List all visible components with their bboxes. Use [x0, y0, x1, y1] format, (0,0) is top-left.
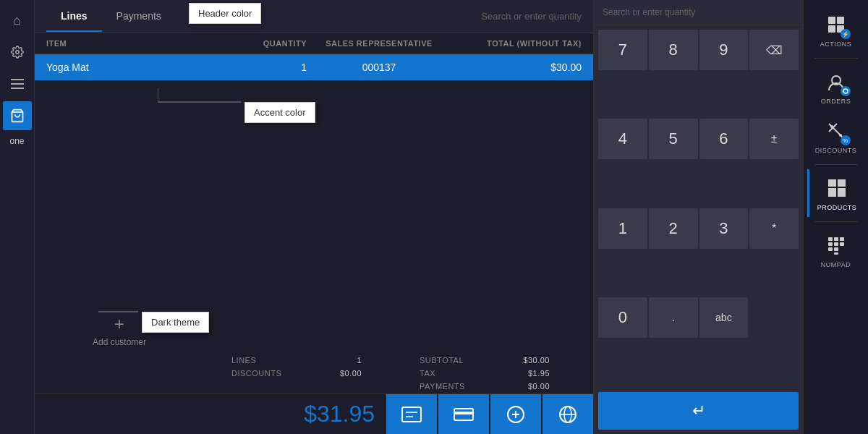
numpad-0[interactable]: 0 [598, 297, 647, 338]
numpad-3[interactable]: 3 [699, 208, 749, 249]
products-label: PRODUCTS [817, 204, 857, 211]
svg-rect-31 [840, 242, 844, 246]
numpad-1[interactable]: 1 [598, 208, 647, 249]
total-bar: $31.95 [35, 393, 593, 434]
numpad-asterisk[interactable]: * [749, 208, 799, 249]
numpad-abc[interactable]: abc [699, 297, 749, 338]
lines-label: LINES [231, 356, 256, 365]
orders-badge [841, 86, 851, 96]
payment-buttons [386, 394, 593, 435]
cell-total: $30.00 [451, 61, 582, 73]
summary-section: LINES 1 DISCOUNTS $0.00 SUBTOTAL $30.00 [64, 356, 579, 391]
add-customer-label: Add customer [93, 337, 146, 347]
numpad-5[interactable]: 5 [649, 119, 698, 159]
dark-theme-label: Dark theme [142, 312, 209, 333]
svg-rect-29 [828, 242, 833, 246]
sidebar-item-cart[interactable] [3, 101, 32, 130]
numpad-backspace[interactable]: ⌫ [749, 30, 799, 70]
sidebar-item-settings[interactable] [3, 38, 32, 67]
numpad-4[interactable]: 4 [598, 119, 647, 159]
actions-badge: ⚡ [841, 29, 851, 39]
content-area: + Add customer LINES 1 DISCOUNTS $0.00 [35, 80, 593, 434]
header: Lines Payments Search or enter quantity [35, 0, 593, 33]
svg-rect-1 [11, 79, 24, 80]
header-tabs: Lines Payments [46, 1, 176, 32]
divider-3 [814, 221, 858, 222]
right-item-actions[interactable]: ⚡ ACTIONS [807, 6, 865, 54]
tax-label: TAX [420, 369, 435, 378]
svg-point-19 [843, 89, 848, 93]
header-color-label: Header color [189, 3, 261, 24]
svg-point-0 [15, 51, 19, 54]
numpad-icon [823, 232, 849, 258]
tab-payments[interactable]: Payments [102, 1, 176, 32]
sidebar-item-menu[interactable] [3, 69, 32, 98]
subtotal-label: SUBTOTAL [420, 356, 464, 365]
numpad-2[interactable]: 2 [649, 208, 698, 249]
numpad-8[interactable]: 8 [649, 30, 698, 70]
svg-rect-24 [828, 179, 836, 187]
svg-rect-2 [11, 83, 24, 85]
cell-rep: 000137 [307, 61, 451, 73]
lines-value: 1 [357, 356, 362, 365]
pay-card-button[interactable] [438, 394, 489, 435]
cell-quantity: 1 [220, 61, 307, 73]
total-amount: $31.95 [304, 401, 386, 427]
discounts-value: $0.00 [340, 369, 362, 378]
svg-rect-28 [840, 237, 844, 241]
payments-value: $0.00 [528, 382, 550, 391]
table: ITEM QUANTITY SALES REPRESENTATIVE TOTAL… [35, 33, 593, 80]
table-row[interactable]: Yoga Mat 1 000137 $30.00 [35, 54, 593, 80]
numpad-7[interactable]: 7 [598, 30, 647, 70]
right-item-discounts[interactable]: % DISCOUNTS [807, 112, 865, 160]
pay-globe-button[interactable] [542, 394, 593, 435]
numpad-dot[interactable]: . [649, 297, 698, 338]
svg-rect-32 [828, 247, 833, 251]
right-item-orders[interactable]: ORDERS [807, 63, 865, 111]
right-item-numpad[interactable]: NUMPAD [807, 226, 865, 274]
numpad-search-bar: Search or enter quantity [594, 0, 803, 25]
numpad-plusminus[interactable]: ± [749, 119, 799, 159]
svg-rect-7 [454, 412, 473, 414]
sidebar: ⌂ one [0, 0, 35, 434]
right-panel: ⚡ ACTIONS ORDERS % DISCOUNTS [803, 0, 868, 434]
pay-cash-button[interactable] [386, 394, 437, 435]
svg-rect-33 [834, 247, 838, 251]
sidebar-badge: one [9, 136, 24, 146]
table-header: ITEM QUANTITY SALES REPRESENTATIVE TOTAL… [35, 33, 593, 54]
svg-rect-30 [834, 242, 838, 246]
accent-color-label: Accent color [244, 102, 315, 123]
numpad-9[interactable]: 9 [699, 30, 749, 70]
search-placeholder: Search or enter quantity [481, 11, 582, 22]
svg-rect-16 [828, 25, 835, 33]
svg-rect-23 [838, 188, 846, 197]
tab-lines[interactable]: Lines [46, 1, 102, 32]
subtotal-value: $30.00 [523, 356, 550, 365]
numpad-search-placeholder: Search or enter quantity [603, 7, 695, 17]
cell-item: Yoga Mat [46, 61, 220, 73]
svg-point-20 [830, 125, 833, 128]
tax-value: $1.95 [528, 369, 550, 378]
main-panel: Lines Payments Search or enter quantity … [35, 0, 593, 434]
svg-rect-34 [834, 252, 838, 255]
discounts-badge: % [841, 135, 851, 145]
numpad-panel: Search or enter quantity 7 8 9 ⌫ 4 5 6 ±… [593, 0, 803, 434]
sidebar-item-home[interactable]: ⌂ [3, 6, 32, 35]
divider-2 [814, 164, 858, 165]
svg-rect-22 [828, 188, 836, 197]
numpad-label: NUMPAD [821, 261, 851, 268]
pay-circle-button[interactable] [490, 394, 541, 435]
svg-rect-3 [11, 88, 24, 89]
svg-rect-5 [402, 407, 421, 422]
right-item-products[interactable]: PRODUCTS [807, 169, 865, 217]
orders-label: ORDERS [821, 98, 851, 105]
numpad-6[interactable]: 6 [699, 119, 749, 159]
discounts-icon: % [823, 118, 849, 144]
col-rep: SALES REPRESENTATIVE [307, 39, 451, 48]
numpad-enter[interactable]: ↵ [598, 392, 799, 430]
col-quantity: QUANTITY [220, 39, 307, 48]
numpad-enter-symbol: ↵ [692, 401, 705, 420]
discounts-label: DISCOUNTS [231, 369, 281, 378]
numpad-grid: 7 8 9 ⌫ 4 5 6 ± 1 2 3 * 0 . abc [594, 25, 803, 389]
actions-label: ACTIONS [820, 41, 852, 48]
